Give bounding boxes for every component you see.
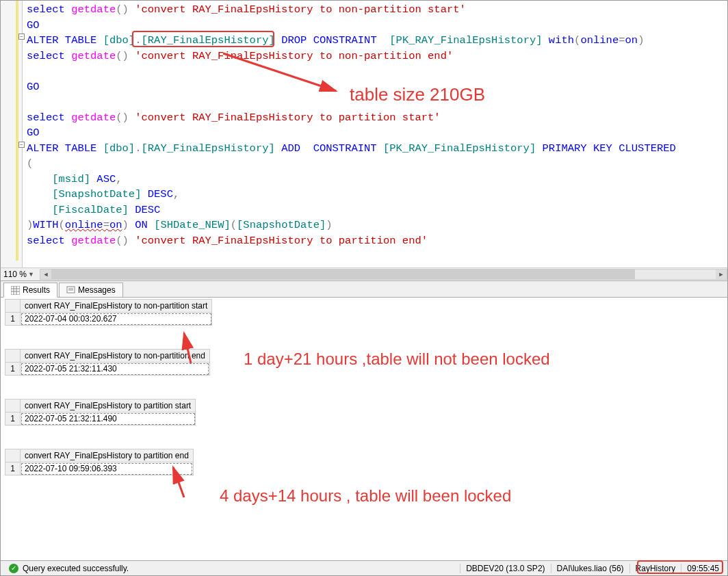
result-grid-2: convert RAY_FinalEpsHistory to non-parti… bbox=[1, 349, 727, 376]
column-header[interactable]: convert RAY_FinalEpsHistory to partition… bbox=[21, 400, 196, 413]
grid-corner[interactable] bbox=[5, 400, 21, 413]
status-server: DBDEV20 (13.0 SP2) bbox=[460, 564, 550, 573]
result-grid-1: convert RAY_FinalEpsHistory to non-parti… bbox=[1, 299, 727, 326]
fold-icon[interactable]: − bbox=[18, 142, 25, 148]
tab-label: Results bbox=[23, 285, 50, 295]
row-number[interactable]: 1 bbox=[5, 363, 21, 376]
result-table[interactable]: convert RAY_FinalEpsHistory to partition… bbox=[5, 399, 196, 426]
grid-corner[interactable] bbox=[5, 300, 21, 313]
code-content[interactable]: select getdate() 'convert RAY_FinalEpsHi… bbox=[23, 1, 727, 267]
results-pane[interactable]: convert RAY_FinalEpsHistory to non-parti… bbox=[1, 298, 727, 560]
status-user: DAI\lukes.liao (56) bbox=[551, 564, 629, 573]
result-cell[interactable]: 2022-07-05 21:32:11.490 bbox=[21, 413, 196, 426]
horizontal-scrollbar[interactable]: ◄ ► bbox=[40, 269, 727, 280]
row-number[interactable]: 1 bbox=[5, 413, 21, 426]
zoom-dropdown-icon[interactable]: ▼ bbox=[28, 271, 34, 278]
tab-results[interactable]: Results bbox=[3, 283, 57, 298]
editor-gutter: − − bbox=[1, 1, 23, 267]
status-db: RayHistory bbox=[629, 564, 681, 573]
status-message-section: ✓ Query executed successfully. bbox=[3, 564, 460, 573]
result-cell[interactable]: 2022-07-05 21:32:11.430 bbox=[21, 363, 210, 376]
scroll-right-icon[interactable]: ► bbox=[716, 270, 727, 279]
result-cell[interactable]: 2022-07-10 09:59:06.393 bbox=[21, 462, 194, 475]
result-table[interactable]: convert RAY_FinalEpsHistory to non-parti… bbox=[5, 349, 210, 376]
success-icon: ✓ bbox=[9, 564, 18, 573]
result-table[interactable]: convert RAY_FinalEpsHistory to partition… bbox=[5, 449, 194, 475]
fold-icon[interactable]: − bbox=[18, 34, 25, 40]
tab-messages[interactable]: Messages bbox=[59, 283, 123, 297]
result-cell[interactable]: 2022-07-04 00:03:20.627 bbox=[21, 313, 212, 326]
tab-label: Messages bbox=[78, 285, 116, 295]
row-number[interactable]: 1 bbox=[5, 313, 21, 326]
status-time: 09:55:45 bbox=[681, 564, 725, 573]
result-grid-3: convert RAY_FinalEpsHistory to partition… bbox=[1, 399, 727, 426]
row-number[interactable]: 1 bbox=[5, 462, 21, 475]
result-grid-4: convert RAY_FinalEpsHistory to partition… bbox=[1, 449, 727, 475]
grid-icon bbox=[11, 286, 20, 295]
scroll-left-icon[interactable]: ◄ bbox=[40, 270, 51, 279]
result-table[interactable]: convert RAY_FinalEpsHistory to non-parti… bbox=[5, 299, 212, 326]
results-tabs: Results Messages bbox=[1, 281, 727, 298]
column-header[interactable]: convert RAY_FinalEpsHistory to non-parti… bbox=[21, 300, 212, 313]
status-bar: ✓ Query executed successfully. DBDEV20 (… bbox=[1, 560, 727, 575]
change-indicator bbox=[16, 1, 18, 261]
column-header[interactable]: convert RAY_FinalEpsHistory to non-parti… bbox=[21, 350, 210, 363]
zoom-level[interactable]: 110 % bbox=[3, 270, 27, 279]
scroll-thumb[interactable] bbox=[51, 270, 635, 279]
status-message: Query executed successfully. bbox=[23, 564, 129, 573]
sql-editor[interactable]: − − select getdate() 'convert RAY_FinalE… bbox=[1, 1, 727, 267]
zoom-bar: 110 % ▼ ◄ ► bbox=[1, 267, 727, 281]
grid-corner[interactable] bbox=[5, 350, 21, 363]
column-header[interactable]: convert RAY_FinalEpsHistory to partition… bbox=[21, 449, 194, 462]
svg-rect-0 bbox=[11, 286, 20, 295]
messages-icon bbox=[66, 286, 75, 295]
grid-corner[interactable] bbox=[5, 449, 21, 462]
